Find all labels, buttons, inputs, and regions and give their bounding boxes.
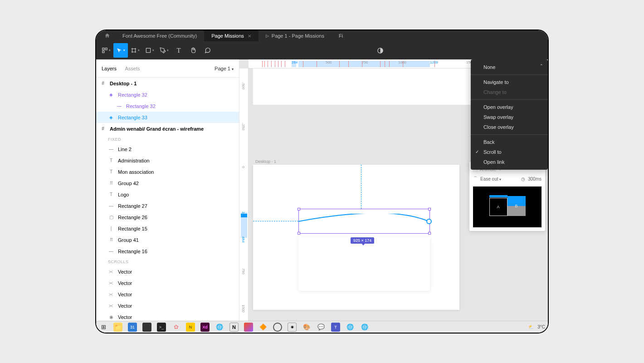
layer-item[interactable]: ⩙Vector [96, 266, 239, 277]
layer-label: Administration [118, 158, 150, 163]
contrast-icon[interactable] [377, 47, 384, 54]
menu-item-swap-overlay[interactable]: Swap overlay [471, 112, 548, 122]
palette-icon[interactable]: 🎨 [302, 323, 311, 332]
layer-item[interactable]: #Admin wenabi/ Grand écran - wireframe [96, 123, 239, 134]
prototype-handle[interactable] [426, 219, 432, 224]
notion-icon[interactable]: N [229, 323, 239, 332]
frame-tool[interactable]: ▾ [128, 43, 142, 58]
duration-value[interactable]: 300ms [528, 177, 542, 182]
layer-item[interactable]: ⩙Vector [96, 300, 239, 311]
chat-icon[interactable]: 💬 [317, 323, 326, 332]
menu-item-navigate-to[interactable]: Navigate to [471, 77, 548, 87]
pen-tool[interactable]: ▾ [157, 43, 171, 58]
assets-tab[interactable]: Assets [125, 66, 140, 71]
menu-item-open-overlay[interactable]: Open overlay [471, 102, 548, 112]
selection-rectangle[interactable] [298, 209, 430, 234]
layer-item[interactable]: TAdministration [96, 155, 239, 166]
layer-label: Group 41 [118, 237, 139, 243]
layer-item[interactable]: —Line 2 [96, 143, 239, 155]
layer-item[interactable]: —Rectangle 27 [96, 200, 239, 211]
teams-icon[interactable]: T [331, 323, 340, 332]
tab-1[interactable]: Page Missions✕ [204, 30, 259, 41]
layer-item[interactable]: ⩙Vector [96, 277, 239, 289]
menu-item-close-overlay[interactable]: Close overlay [471, 122, 548, 132]
layers-tab[interactable]: Layers [102, 66, 117, 71]
layer-item[interactable]: ⠿Group 42 [96, 177, 239, 189]
easing-select[interactable]: Ease out ▾ [480, 177, 501, 182]
shape-tool[interactable]: ▾ [142, 43, 157, 58]
layer-item[interactable]: ▢Rectangle 26 [96, 211, 239, 223]
camera-icon[interactable]: ◉ [288, 323, 297, 332]
chrome-icon[interactable]: 🌐 [215, 323, 224, 332]
layer-type-icon: ⩙ [108, 280, 114, 285]
tab-3[interactable]: Fi [332, 30, 350, 41]
layer-type-icon: — [108, 147, 114, 152]
weather-icon[interactable]: ⛅ [528, 324, 534, 329]
home-icon[interactable] [104, 33, 111, 39]
layer-type-icon: ⠿ [108, 181, 114, 186]
title-tabs: Font Awesome Free (Community)Page Missio… [96, 30, 548, 41]
calendar-icon[interactable]: 31 [128, 323, 137, 332]
jetbrains-icon[interactable] [142, 323, 151, 332]
file-explorer-icon[interactable]: 📁 [113, 323, 122, 332]
headphones-icon[interactable] [273, 323, 282, 332]
layer-type-icon: T [108, 158, 114, 163]
layer-type-icon: ⩙ [108, 303, 114, 308]
move-tool[interactable]: ▾ [113, 43, 128, 58]
hand-tool[interactable] [186, 43, 200, 58]
layer-label: Vector [118, 269, 132, 275]
chrome-profile-2-icon[interactable]: 🌐 [360, 323, 369, 332]
layer-label: Vector [118, 314, 132, 320]
artboard-label[interactable]: Desktop - 1 [255, 159, 276, 164]
layer-type-icon: # [100, 126, 106, 131]
layer-item[interactable]: ⠿Group 41 [96, 234, 239, 245]
clock-icon: ◷ [521, 177, 525, 182]
layer-label: Rectangle 33 [118, 115, 147, 120]
temperature: 3°C [537, 324, 545, 329]
slack-icon[interactable]: 🔶 [259, 323, 268, 332]
menu-item-back[interactable]: Back [471, 137, 548, 147]
tab-close-icon[interactable]: ✕ [248, 34, 251, 39]
menu-item-open-link[interactable]: Open link [471, 157, 548, 167]
comment-tool[interactable] [200, 43, 215, 58]
layer-type-icon: T [108, 192, 114, 197]
layer-label: Rectangle 15 [118, 226, 147, 231]
terminal-icon[interactable]: >_ [157, 323, 166, 332]
menu-item-none[interactable]: None⌃ [471, 62, 548, 72]
xd-icon[interactable]: Xd [200, 323, 210, 332]
tab-0[interactable]: Font Awesome Free (Community) [115, 30, 204, 41]
layer-item[interactable]: ◈Rectangle 32 [96, 89, 239, 100]
layer-label: Line 2 [118, 147, 132, 152]
canvas[interactable]: 284 500 750 1000 1209 1500 2000 -500 -25… [239, 59, 548, 333]
pink-app-icon[interactable]: ✿ [171, 323, 181, 332]
layer-label: Admin wenabi/ Grand écran - wireframe [110, 126, 204, 132]
start-button[interactable]: ⊞ [99, 323, 108, 332]
menu-item-scroll-to[interactable]: ✓Scroll to [471, 147, 548, 157]
animation-preview: A B [473, 186, 542, 227]
chrome-profile-1-icon[interactable]: 🌐 [346, 323, 355, 332]
page-selector[interactable]: Page 1 ▾ [215, 66, 234, 71]
svg-rect-1 [105, 48, 107, 50]
layer-type-icon: # [100, 81, 106, 86]
layer-item[interactable]: —Rectangle 32 [96, 100, 239, 112]
layer-item[interactable]: TMon association [96, 166, 239, 177]
menu-item-change-to: Change to [471, 87, 548, 97]
layers-panel: Layers Assets Page 1 ▾ #Desktop - 1◈Rect… [96, 59, 239, 333]
layer-type-icon: T [108, 169, 114, 174]
figma-icon[interactable] [244, 323, 253, 332]
layer-item[interactable]: ◈Rectangle 33 [96, 112, 239, 123]
text-tool[interactable]: T [171, 43, 186, 58]
layer-type-icon: ⩙ [108, 292, 114, 297]
layer-type-icon: — [108, 249, 114, 254]
figma-menu[interactable]: ▾ [99, 43, 113, 58]
layer-type-icon: ⠿ [108, 237, 114, 242]
layer-item[interactable]: ⩙Vector [96, 289, 239, 300]
layer-label: Logo [118, 192, 129, 197]
notes-icon[interactable]: N [186, 323, 195, 332]
layer-section: FIXED [96, 134, 239, 143]
layer-item[interactable]: —Rectangle 16 [96, 245, 239, 257]
tab-2[interactable]: ▷Page 1 - Page Missions [259, 30, 332, 41]
layer-item[interactable]: #Desktop - 1 [96, 78, 239, 89]
layer-item[interactable]: |Rectangle 15 [96, 223, 239, 234]
layer-item[interactable]: TLogo [96, 189, 239, 200]
